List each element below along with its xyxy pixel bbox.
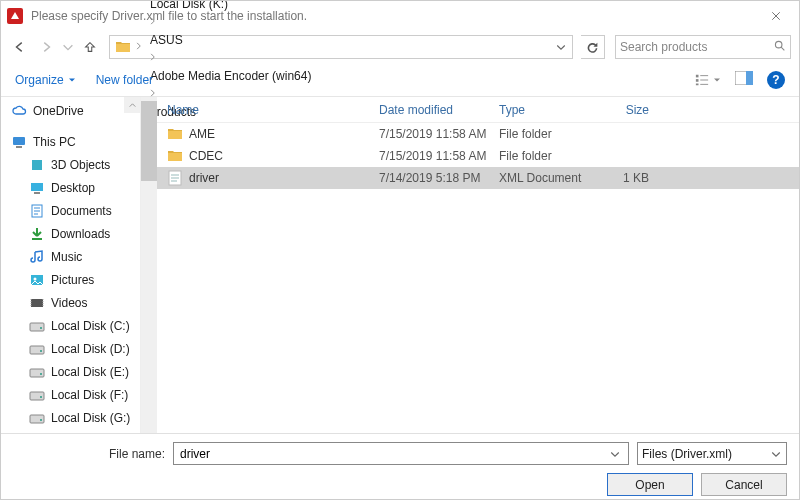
tree-item[interactable]: Local Disk (H:) [1,429,140,433]
organize-menu[interactable]: Organize [15,73,76,87]
refresh-icon [586,41,599,54]
address-dropdown[interactable] [552,41,570,53]
tree-item[interactable]: Local Disk (E:) [1,360,140,383]
tree-label: 3D Objects [51,158,110,172]
title-bar: Please specify Driver.xml file to start … [1,1,799,31]
nav-up-button[interactable] [79,36,101,58]
preview-pane-button[interactable] [735,71,753,88]
tree-onedrive[interactable]: OneDrive [1,99,140,122]
scrollbar-thumb[interactable] [141,101,157,181]
tree-scrollbar[interactable] [141,97,157,433]
search-placeholder: Search products [620,40,773,54]
col-type[interactable]: Type [499,103,597,117]
svg-rect-12 [31,183,43,191]
window-title: Please specify Driver.xml file to start … [31,9,753,23]
tree-item[interactable]: 3D Objects [1,153,140,176]
tree-item[interactable]: Pictures [1,268,140,291]
cloud-icon [11,103,27,119]
svg-rect-11 [32,160,42,170]
file-filter-dropdown[interactable]: Files (Driver.xml) [637,442,787,465]
file-row[interactable]: AME7/15/2019 11:58 AMFile folder [157,123,799,145]
col-name[interactable]: Name [167,103,379,117]
file-row[interactable]: CDEC7/15/2019 11:58 AMFile folder [157,145,799,167]
help-button[interactable]: ? [767,71,785,89]
organize-label: Organize [15,73,64,87]
svg-rect-13 [34,192,40,194]
nav-row: This PCLocal Disk (K:)ASUSAdobe Media En… [1,31,799,63]
search-icon [773,39,786,55]
tree-label: Local Disk (C:) [51,319,130,333]
nav-recent-dropdown[interactable] [61,36,75,58]
main-area: OneDrive This PC 3D ObjectsDesktopDocume… [1,97,799,433]
file-name: AME [189,127,215,141]
tree-item[interactable]: Local Disk (G:) [1,406,140,429]
col-date[interactable]: Date modified [379,103,499,117]
down-icon [29,226,45,242]
chevron-down-icon [68,76,76,84]
tree-label: Local Disk (D:) [51,342,130,356]
filename-dropdown[interactable] [606,448,624,460]
file-name: driver [189,171,219,185]
file-row[interactable]: driver7/14/2019 5:18 PMXML Document1 KB [157,167,799,189]
music-icon [29,249,45,265]
breadcrumb-item[interactable]: Local Disk (K:) [146,0,315,15]
tree-item[interactable]: Local Disk (C:) [1,314,140,337]
cancel-button[interactable]: Cancel [701,473,787,496]
tree-this-pc[interactable]: This PC [1,130,140,153]
tree-item[interactable]: Local Disk (F:) [1,383,140,406]
chevron-right-icon[interactable] [132,40,146,54]
bottom-panel: File name: Files (Driver.xml) Open Cance… [1,433,799,500]
col-size[interactable]: Size [597,103,659,117]
breadcrumb-item[interactable]: ASUS [146,29,315,51]
tree-label: Music [51,250,82,264]
tree-label: This PC [33,135,76,149]
view-mode-button[interactable] [694,73,721,87]
tree-label: Pictures [51,273,94,287]
video-icon [29,295,45,311]
search-box[interactable]: Search products [615,35,791,59]
forward-icon [39,40,53,54]
docs-icon [29,203,45,219]
file-area: Name Date modified Type Size AME7/15/201… [141,97,799,433]
filename-input[interactable] [173,442,629,465]
view-icon [694,73,710,87]
toolbar: Organize New folder ? [1,63,799,97]
tree-item[interactable]: Local Disk (D:) [1,337,140,360]
nav-forward-button[interactable] [35,36,57,58]
disk-icon [29,341,45,357]
app-icon [7,8,23,24]
tree-label: Downloads [51,227,110,241]
address-bar[interactable]: This PCLocal Disk (K:)ASUSAdobe Media En… [109,35,573,59]
window-close-button[interactable] [753,1,799,31]
folder-icon [114,38,132,56]
filename-field[interactable] [178,446,606,462]
tree-item[interactable]: Music [1,245,140,268]
tree-item[interactable]: Desktop [1,176,140,199]
breadcrumb-item[interactable]: Adobe Media Encoder (win64) [146,65,315,87]
refresh-button[interactable] [581,35,605,59]
svg-rect-7 [696,79,699,82]
open-button[interactable]: Open [607,473,693,496]
disk-icon [29,318,45,334]
close-icon [771,11,781,21]
tree-label: OneDrive [33,104,84,118]
preview-icon [735,71,753,85]
tree-label: Videos [51,296,87,310]
disk-icon [29,410,45,426]
tree-item[interactable]: Documents [1,199,140,222]
disk-icon [29,387,45,403]
file-type: File folder [499,127,597,141]
disk-icon [29,364,45,380]
nav-tree[interactable]: OneDrive This PC 3D ObjectsDesktopDocume… [1,97,141,433]
nav-back-button[interactable] [9,36,31,58]
tree-item[interactable]: Videos [1,291,140,314]
new-folder-button[interactable]: New folder [96,73,153,87]
tree-scroll-up[interactable] [124,97,140,113]
tree-item[interactable]: Downloads [1,222,140,245]
chevron-right-icon[interactable] [146,51,160,65]
file-list[interactable]: Name Date modified Type Size AME7/15/201… [157,97,799,433]
desktop-icon [29,180,45,196]
tree-label: Local Disk (E:) [51,365,129,379]
folder-icon [167,148,183,164]
chevron-right-icon[interactable] [146,15,160,29]
